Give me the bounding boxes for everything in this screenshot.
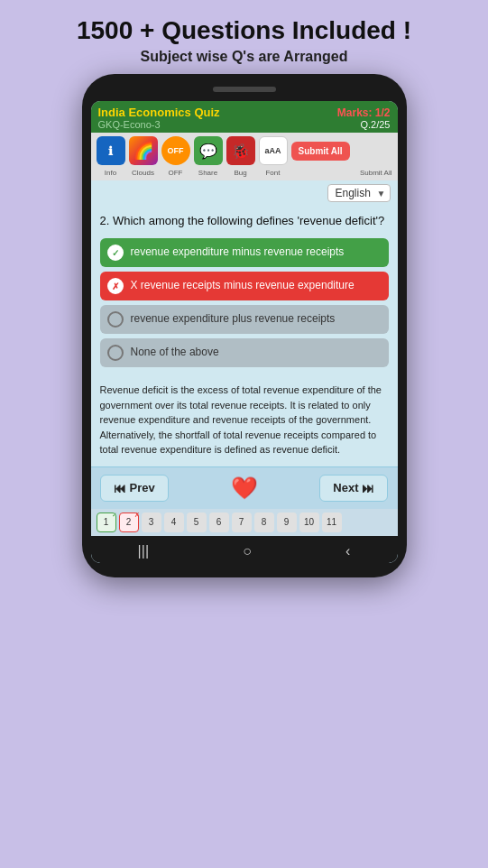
- q-num-7[interactable]: 7: [232, 512, 252, 532]
- app-title: India Economics Quiz: [98, 106, 220, 119]
- question-area: 2. Which among the following defines 're…: [91, 206, 398, 377]
- share-label: Share: [194, 169, 223, 177]
- q-num-2[interactable]: 2 ✗: [119, 512, 139, 532]
- q-num-9[interactable]: 9: [277, 512, 297, 532]
- android-navbar: ||| ○ ‹: [91, 536, 398, 563]
- app-question-num: Q.2/25: [337, 119, 391, 130]
- share-button[interactable]: 💬: [194, 136, 223, 165]
- q-num-10[interactable]: 10: [299, 512, 319, 532]
- prev-icon: ⏮: [114, 481, 126, 495]
- android-back-btn[interactable]: ‹: [345, 543, 350, 559]
- option-b-text: X revenue receipts minus revenue expendi…: [131, 279, 354, 293]
- clouds-button[interactable]: 🌈: [129, 136, 158, 165]
- q-num-6[interactable]: 6: [209, 512, 229, 532]
- question-strip: 1 ✓ 2 ✗ 3 4 5 6 7 8 9 10 11: [91, 509, 398, 536]
- phone-speaker: [213, 87, 276, 92]
- language-select[interactable]: English Hindi: [327, 184, 391, 202]
- option-a[interactable]: ✓ revenue expenditure minus revenue rece…: [100, 238, 389, 267]
- question-text: 2. Which among the following defines 're…: [100, 213, 389, 229]
- android-home-btn[interactable]: ○: [243, 543, 252, 559]
- bottom-nav: ⏮ Prev ❤️ Next ⏭: [91, 466, 398, 509]
- next-label: Next: [333, 481, 358, 494]
- info-label: Info: [97, 169, 125, 177]
- header-subtitle: Subject wise Q's are Arranged: [18, 49, 470, 65]
- font-button[interactable]: aAA: [259, 136, 288, 165]
- question-number: 2: [100, 214, 106, 227]
- option-d[interactable]: None of the above: [100, 338, 389, 367]
- explanation-text: Revenue deficit is the excess of total r…: [100, 384, 382, 455]
- app-marks: Marks: 1/2: [337, 106, 391, 119]
- option-d-radio: [107, 345, 124, 361]
- q-num-3[interactable]: 3: [142, 512, 161, 532]
- toolbar-labels: Info Clouds OFF Share Bug Font Submit Al…: [91, 169, 398, 180]
- q1-tick: ✓: [112, 512, 117, 519]
- option-a-radio: ✓: [107, 245, 124, 261]
- q-num-11[interactable]: 11: [322, 512, 342, 532]
- off-button[interactable]: OFF: [161, 136, 190, 165]
- font-label: Font: [259, 169, 288, 177]
- q-num-5[interactable]: 5: [187, 512, 207, 532]
- android-menu-btn[interactable]: |||: [138, 543, 149, 559]
- q-num-8[interactable]: 8: [254, 512, 274, 532]
- question-body: Which among the following defines 'reven…: [113, 214, 384, 227]
- option-c[interactable]: revenue expenditure plus revenue receipt…: [100, 305, 389, 334]
- bug-label: Bug: [226, 169, 255, 177]
- page-header: 1500 + Questions Included ! Subject wise…: [0, 0, 488, 74]
- next-button[interactable]: Next ⏭: [319, 475, 388, 502]
- option-a-text: revenue expenditure minus revenue receip…: [131, 245, 345, 260]
- q-num-4[interactable]: 4: [164, 512, 184, 532]
- bug-button[interactable]: 🐞: [226, 136, 255, 165]
- next-icon: ⏭: [362, 481, 374, 495]
- phone-frame: India Economics Quiz GKQ-Econo-3 Marks: …: [82, 74, 407, 577]
- submit-all-button[interactable]: Submit All: [291, 142, 350, 161]
- explanation: Revenue deficit is the excess of total r…: [91, 377, 398, 466]
- toolbar: ℹ 🌈 OFF 💬 🐞 aAA Submit All: [91, 133, 398, 169]
- app-category: GKQ-Econo-3: [98, 119, 220, 130]
- prev-button[interactable]: ⏮ Prev: [100, 475, 169, 502]
- off-label: OFF: [161, 169, 190, 177]
- phone-screen: India Economics Quiz GKQ-Econo-3 Marks: …: [91, 101, 398, 563]
- prev-label: Prev: [130, 481, 155, 494]
- option-c-text: revenue expenditure plus revenue receipt…: [131, 312, 336, 327]
- app-topbar: India Economics Quiz GKQ-Econo-3 Marks: …: [91, 101, 398, 133]
- option-b[interactable]: ✗ X revenue receipts minus revenue expen…: [100, 272, 389, 300]
- submit-all-label: Submit All: [360, 169, 392, 177]
- info-button[interactable]: ℹ: [97, 136, 125, 165]
- option-d-text: None of the above: [131, 346, 219, 360]
- option-b-radio: ✗: [107, 278, 124, 294]
- language-row: English Hindi ▼: [91, 180, 398, 206]
- q2-cross: ✗: [134, 512, 140, 519]
- heart-button[interactable]: ❤️: [231, 476, 258, 501]
- option-c-radio: [107, 311, 124, 328]
- header-title: 1500 + Questions Included !: [18, 16, 470, 45]
- clouds-label: Clouds: [129, 169, 158, 177]
- q-num-1[interactable]: 1 ✓: [97, 512, 116, 532]
